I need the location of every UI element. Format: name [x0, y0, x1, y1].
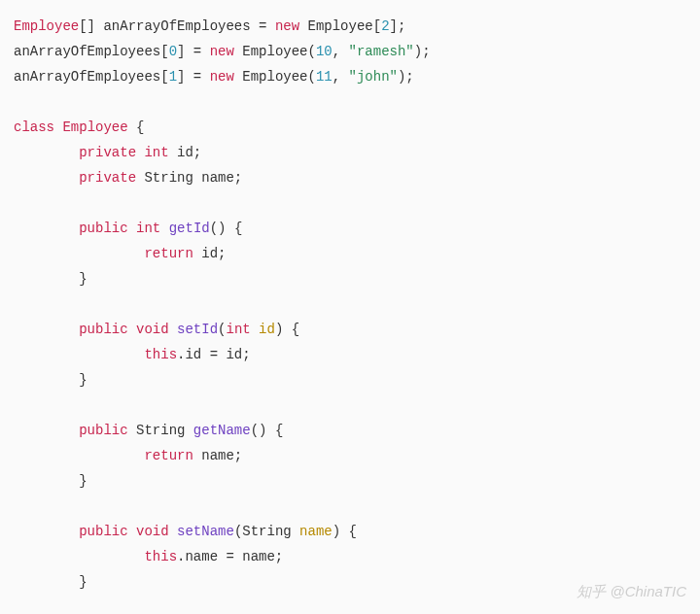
- code-token: );: [414, 44, 431, 59]
- code-block: Employee[] anArrayOfEmployees = new Empl…: [14, 14, 686, 595]
- code-token: private: [79, 170, 136, 186]
- code-token: public: [79, 524, 127, 539]
- code-token: [: [160, 44, 168, 59]
- code-line: anArrayOfEmployees[0] = new Employee(10,…: [14, 44, 431, 59]
- code-token: getId: [169, 221, 210, 236]
- code-token: id;: [226, 347, 250, 362]
- code-token: [14, 221, 79, 236]
- code-line: anArrayOfEmployees[1] = new Employee(11,…: [14, 69, 414, 85]
- code-token: [14, 372, 79, 388]
- code-token: public: [79, 423, 127, 438]
- code-token: new: [210, 69, 234, 85]
- code-token: =: [226, 549, 242, 564]
- code-token: name: [299, 524, 332, 539]
- code-token: [128, 221, 136, 236]
- code-token: ]: [177, 44, 193, 59]
- code-token: [169, 322, 177, 337]
- code-token: this: [144, 347, 177, 362]
- code-token: ,: [332, 69, 349, 85]
- code-line: return id;: [14, 246, 226, 261]
- code-token: (: [308, 44, 316, 59]
- code-token: ]: [177, 69, 193, 85]
- code-token: getName: [193, 423, 251, 438]
- code-token: () {: [251, 423, 284, 438]
- code-token: id: [259, 322, 275, 337]
- code-token: [128, 322, 136, 337]
- code-line: }: [14, 372, 88, 388]
- code-line: class Employee {: [14, 119, 144, 135]
- code-token: setName: [177, 524, 234, 539]
- code-token: "john": [349, 69, 398, 85]
- code-token: void: [136, 524, 169, 539]
- code-token: [169, 524, 177, 539]
- code-line: return name;: [14, 448, 242, 463]
- code-token: []: [79, 18, 103, 34]
- code-line: this.name = name;: [14, 549, 283, 564]
- code-token: [14, 524, 79, 539]
- code-token: [14, 271, 79, 287]
- code-token: public: [79, 322, 127, 337]
- code-token: [14, 423, 79, 438]
- code-token: [: [160, 69, 168, 85]
- code-token: int: [226, 322, 250, 337]
- code-line: }: [14, 473, 88, 489]
- code-token: (String: [234, 524, 299, 539]
- code-line: }: [14, 271, 88, 287]
- code-token: new: [275, 18, 299, 34]
- code-token: [14, 322, 79, 337]
- code-token: anArrayOfEmployees: [14, 44, 160, 59]
- code-token: private: [79, 145, 136, 160]
- code-token: [128, 524, 136, 539]
- code-token: }: [79, 574, 87, 590]
- code-token: id;: [169, 145, 202, 160]
- code-token: {: [128, 119, 145, 135]
- code-token: return: [144, 448, 192, 463]
- code-token: new: [210, 44, 234, 59]
- code-token: [14, 473, 79, 489]
- code-token: this: [144, 549, 177, 564]
- code-token: () {: [210, 221, 243, 236]
- code-token: ) {: [332, 524, 357, 539]
- code-token: }: [79, 271, 87, 287]
- code-token: ) {: [275, 322, 299, 337]
- code-line: public int getId() {: [14, 221, 242, 236]
- code-token: [14, 347, 144, 362]
- code-token: [: [373, 18, 381, 34]
- code-token: name;: [242, 549, 283, 564]
- code-token: class: [14, 119, 54, 135]
- code-token: int: [144, 145, 168, 160]
- code-token: [160, 221, 168, 236]
- code-token: String: [128, 423, 193, 438]
- code-token: }: [79, 473, 87, 489]
- code-token: [14, 448, 144, 463]
- code-token: "ramesh": [349, 44, 414, 59]
- code-line: private String name;: [14, 170, 242, 186]
- code-token: [14, 574, 79, 590]
- code-line: public void setName(String name) {: [14, 524, 357, 539]
- code-line: public void setId(int id) {: [14, 322, 299, 337]
- code-token: [14, 170, 79, 186]
- code-token: =: [193, 69, 210, 85]
- code-token: 11: [316, 69, 332, 85]
- code-token: anArrayOfEmployees: [103, 18, 259, 34]
- code-token: [251, 322, 259, 337]
- code-token: [14, 246, 144, 261]
- code-token: public: [79, 221, 127, 236]
- code-token: return: [144, 246, 192, 261]
- code-token: Employee: [14, 18, 79, 34]
- code-token: =: [210, 347, 227, 362]
- code-token: }: [79, 372, 87, 388]
- code-token: Employee: [299, 18, 373, 34]
- code-line: Employee[] anArrayOfEmployees = new Empl…: [14, 18, 405, 34]
- code-token: 10: [316, 44, 332, 59]
- code-token: Employee: [234, 44, 308, 59]
- code-token: [14, 549, 144, 564]
- code-token: name;: [193, 448, 242, 463]
- code-token: int: [136, 221, 160, 236]
- code-line: }: [14, 574, 88, 590]
- code-token: 1: [169, 69, 177, 85]
- code-token: id;: [193, 246, 227, 261]
- code-token: );: [398, 69, 414, 85]
- code-token: Employee: [62, 119, 127, 135]
- code-token: 2: [381, 18, 389, 34]
